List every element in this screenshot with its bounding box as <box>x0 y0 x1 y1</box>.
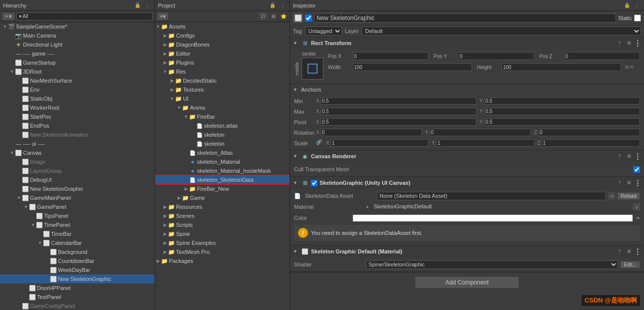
reload-btn[interactable]: Reload <box>617 192 640 200</box>
color-picker-icon[interactable]: ✏ <box>636 215 640 221</box>
folder-firebar[interactable]: ▼ 📁 FireBar <box>155 112 290 121</box>
tree-gamepanel[interactable]: ▼ ⬜ GamePanel <box>0 202 154 211</box>
folder-assets[interactable]: ▼ 📁 Assets <box>155 22 290 31</box>
project-star-icon[interactable]: ⭐ <box>280 13 288 21</box>
static-checkbox[interactable] <box>634 15 641 22</box>
object-name-field[interactable] <box>314 14 616 23</box>
material-section-header[interactable]: ▼ ⬜ Skeleton Graphic Default (Material) … <box>290 245 644 257</box>
rect-help-icon[interactable]: ? <box>618 41 625 46</box>
tree-navmesh[interactable]: ⬜ NavMeshSurface <box>0 76 154 85</box>
tree-background[interactable]: ⬜ Background <box>0 247 154 256</box>
tree-env[interactable]: ⬜ Env <box>0 85 154 94</box>
rect-dots-menu[interactable] <box>634 40 641 47</box>
file-skeleton-atlas[interactable]: 📄 skeleton.atlas <box>155 121 290 130</box>
hierarchy-menu-icon[interactable]: ⋮ <box>144 2 152 10</box>
tree-newskelgraphic-top[interactable]: ⬜ New SkeletonGraphic <box>0 184 154 193</box>
object-active-checkbox[interactable] <box>305 15 312 22</box>
skelgraphic-help-icon[interactable]: ? <box>618 180 625 186</box>
rect-transform-header[interactable]: ▼ ⊞ Rect Transform ? ⚙ <box>290 37 644 49</box>
folder-game[interactable]: ▶ 📁 Game <box>155 193 290 202</box>
inspector-lock-icon[interactable]: 🔒 <box>623 2 631 10</box>
max-y-input[interactable] <box>484 108 640 115</box>
min-y-input[interactable] <box>484 97 640 105</box>
tree-ui-divider[interactable]: — ---- ui ---- <box>0 139 154 148</box>
canvas-help-icon[interactable]: ? <box>618 154 625 159</box>
scene-root[interactable]: ▼ 🎬 SampleGameScene* <box>0 22 154 31</box>
pos-z-input[interactable] <box>564 52 640 60</box>
file-skeleton-material[interactable]: ● skeleton_Material <box>155 157 290 166</box>
rot-z-input[interactable] <box>538 129 640 136</box>
tree-main-camera[interactable]: 📷 Main Camera <box>0 31 154 40</box>
skelgraphic-dots-menu[interactable] <box>634 180 641 186</box>
pivot-x-input[interactable] <box>320 118 476 126</box>
width-input[interactable] <box>352 63 472 71</box>
skelgraphic-active-checkbox[interactable] <box>311 180 318 186</box>
max-x-input[interactable] <box>320 108 476 115</box>
project-add-btn[interactable]: +▾ <box>157 13 168 20</box>
scale-z-input[interactable] <box>542 139 640 147</box>
folder-resources[interactable]: ▶ 📁 Resources <box>155 202 290 211</box>
shader-select[interactable]: Spine/SkeletonGraphic <box>366 260 618 269</box>
hierarchy-add-btn[interactable]: + ▾ <box>2 13 14 20</box>
tree-layoutgroup[interactable]: ⬜ LayoutGroup <box>0 166 154 175</box>
tree-newskeleton-anim[interactable]: ⬜ New SkeletonAnimation <box>0 130 154 139</box>
file-skeleton-material-inside[interactable]: ● skeleton_Material_InsideMask <box>155 166 290 175</box>
folder-scripts[interactable]: ▶ 📁 Scripts <box>155 220 290 229</box>
tag-select[interactable]: Untagged <box>305 27 342 36</box>
tree-timepanel[interactable]: ▼ ⬜ TimePanel <box>0 220 154 229</box>
inspector-menu-icon[interactable]: ⋮ <box>633 2 641 10</box>
material-select-btn[interactable]: ◎ <box>633 203 640 210</box>
file-skeleton-data[interactable]: 📄 skeleton_SkeletonData <box>155 175 290 184</box>
rot-x-input[interactable] <box>320 129 422 136</box>
folder-scenes[interactable]: ▶ 📁 Scenes <box>155 211 290 220</box>
folder-textmesh[interactable]: ▶ 📁 TextMesh Pro <box>155 247 290 256</box>
project-view-icon[interactable]: ⊞ <box>270 13 278 21</box>
tree-startpos[interactable]: ⬜ StartPos <box>0 112 154 121</box>
rot-y-input[interactable] <box>430 129 531 136</box>
scale-x-input[interactable] <box>330 139 429 147</box>
folder-textures[interactable]: ▶ 📁 Textures <box>155 85 290 94</box>
edit-btn[interactable]: Edit... <box>620 261 640 268</box>
tree-gameconfigpanel[interactable]: ⬜ GameConfigPanel <box>0 301 154 310</box>
folder-firebar-new[interactable]: ▶ 📁 FireBar_New <box>155 184 290 193</box>
folder-configs[interactable]: ▶ 📁 Configs <box>155 31 290 40</box>
tree-gamestartup[interactable]: ⬜ GameStartup <box>0 58 154 67</box>
pivot-y-input[interactable] <box>484 118 640 126</box>
tree-directional-light[interactable]: ☀ Directional Light <box>0 40 154 49</box>
folder-plugins[interactable]: ▶ 📁 Plugins <box>155 58 290 67</box>
tree-canvas[interactable]: ▼ ⬜ Canvas <box>0 148 154 157</box>
project-menu-icon[interactable]: ⋮ <box>278 2 286 10</box>
tree-tipspanel[interactable]: ⬜ TipsPanel <box>0 211 154 220</box>
anchors-header[interactable]: ▼ Anchors <box>290 84 644 95</box>
tree-countdownbar[interactable]: ⬜ CountdownBar <box>0 256 154 265</box>
skeleton-graphic-header[interactable]: ▼ ⊞ SkeletonGraphic (Unity UI Canvas) ? … <box>290 177 644 189</box>
canvas-settings-icon[interactable]: ⚙ <box>627 154 632 159</box>
folder-spine-examples[interactable]: ▶ 📁 Spine Examples <box>155 238 290 247</box>
folder-spine[interactable]: ▶ 📁 Spine <box>155 229 290 238</box>
hierarchy-search[interactable] <box>16 13 152 21</box>
tree-weekdaybar[interactable]: ⬜ WeekDayBar <box>0 265 154 274</box>
pos-y-input[interactable] <box>458 52 534 60</box>
pos-x-input[interactable] <box>352 52 428 60</box>
project-lock-icon[interactable]: 🔒 <box>268 2 276 10</box>
folder-anims[interactable]: ▼ 📁 Anims <box>155 103 290 112</box>
file-skeleton-1[interactable]: 📄 skeleton <box>155 130 290 139</box>
folder-res[interactable]: ▼ 📁 Res <box>155 67 290 76</box>
folder-editor[interactable]: ▶ 📁 Editor <box>155 49 290 58</box>
tree-timebar[interactable]: ⬜ TimeBar <box>0 229 154 238</box>
folder-packages[interactable]: ▶ 📁 Packages <box>155 256 290 265</box>
tree-game-divider[interactable]: — ---- game ---- <box>0 49 154 58</box>
layer-select[interactable]: Default <box>362 27 641 36</box>
add-component-btn[interactable]: Add Component <box>415 276 520 288</box>
skel-data-input[interactable] <box>377 192 606 200</box>
tree-3droot[interactable]: ▼ ⬜ 3DRoot <box>0 67 154 76</box>
height-input[interactable] <box>502 63 621 71</box>
folder-ui[interactable]: ▼ 📁 UI <box>155 94 290 103</box>
tree-debugui[interactable]: ⬜ DebugUI <box>0 175 154 184</box>
mat-dots-menu[interactable] <box>634 248 641 255</box>
folder-decidedstatic[interactable]: ▶ 📁 DecidedStatic <box>155 76 290 85</box>
tree-calendarbar[interactable]: ▼ ⬜ CalendarBar <box>0 238 154 247</box>
scale-y-input[interactable] <box>436 139 534 147</box>
canvas-renderer-header[interactable]: ▼ ◉ Canvas Renderer ? ⚙ <box>290 150 644 162</box>
skel-data-select-btn[interactable]: ◎ <box>608 192 615 199</box>
